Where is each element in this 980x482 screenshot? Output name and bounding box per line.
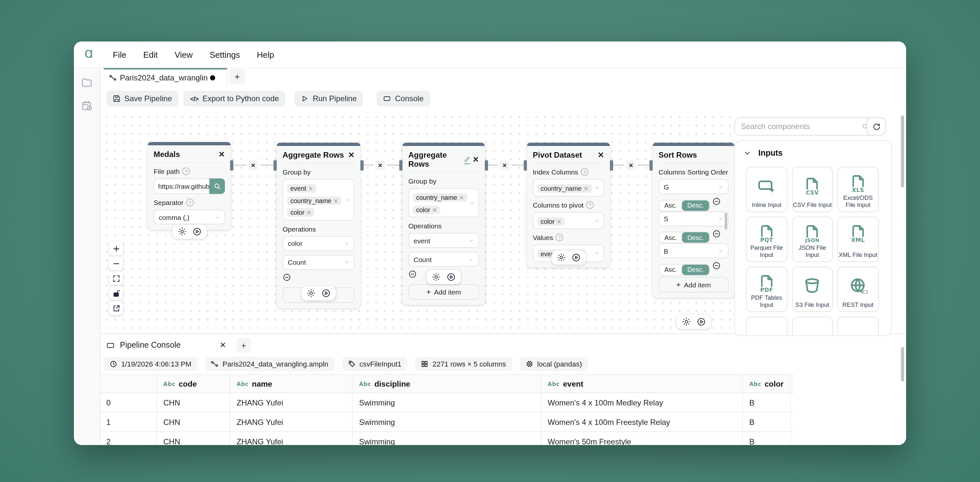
refresh-components-button[interactable]: [867, 117, 886, 136]
help-icon[interactable]: ?: [183, 168, 190, 175]
component-s3-file-input[interactable]: S3 File Input: [792, 267, 833, 312]
columns-to-pivot-multiselect[interactable]: color✕: [533, 212, 604, 229]
edge-delete-button[interactable]: ✕: [375, 160, 385, 170]
sort-column-select[interactable]: S: [659, 211, 729, 226]
edge-delete-button[interactable]: ✕: [248, 160, 258, 170]
menu-help[interactable]: Help: [257, 49, 275, 59]
component-json-file-input[interactable]: JSON JSON File Input: [792, 217, 833, 262]
index-columns-multiselect[interactable]: country_name✕: [533, 179, 604, 196]
node-sort-rows[interactable]: Sort Rows Columns Sorting Order G Asc.De…: [653, 143, 734, 297]
rename-icon[interactable]: [464, 155, 470, 164]
zoom-out-button[interactable]: [109, 256, 123, 271]
component-rest-input[interactable]: <> REST Input: [837, 267, 878, 312]
file-path-input[interactable]: https://raw.githubus: [154, 179, 209, 194]
column-tag[interactable]: color✕: [537, 217, 565, 225]
asc-option[interactable]: Asc.: [659, 232, 682, 243]
remove-tag-icon[interactable]: ✕: [334, 198, 338, 204]
tab-pipeline[interactable]: Paris2024_data_wrangling: [104, 67, 228, 86]
console-button[interactable]: Console: [377, 91, 430, 106]
input-port[interactable]: [524, 160, 527, 171]
remove-tag-icon[interactable]: ✕: [584, 185, 589, 192]
close-icon[interactable]: ✕: [473, 156, 479, 163]
desc-option[interactable]: Desc.: [682, 232, 709, 243]
export-python-button[interactable]: </> Export to Python code: [184, 91, 285, 106]
remove-tag-icon[interactable]: ✕: [459, 195, 464, 201]
browse-files-button[interactable]: [209, 179, 225, 194]
remove-tag-icon[interactable]: ✕: [308, 185, 313, 192]
run-node-icon[interactable]: [697, 317, 706, 326]
new-tab-button[interactable]: +: [229, 69, 245, 85]
node-scrollbar[interactable]: [725, 213, 727, 230]
run-node-icon[interactable]: [447, 273, 456, 281]
remove-item-icon[interactable]: [408, 270, 417, 278]
inputs-section-header[interactable]: Inputs: [735, 141, 891, 161]
output-port[interactable]: [360, 160, 364, 171]
column-header[interactable]: Abcname: [230, 375, 353, 393]
add-item-button[interactable]: +Add item: [408, 284, 479, 300]
remove-tag-icon[interactable]: ✕: [306, 209, 311, 216]
operation-column-select[interactable]: event: [408, 233, 479, 248]
component-tile-partial[interactable]: [746, 317, 787, 336]
add-item-button[interactable]: +Add item: [659, 277, 729, 292]
input-port[interactable]: [274, 160, 277, 171]
remove-item-icon[interactable]: [713, 262, 721, 270]
desc-option[interactable]: Desc.: [682, 200, 709, 211]
column-header[interactable]: Abcevent: [541, 375, 743, 393]
operation-function-select[interactable]: Count: [283, 255, 355, 270]
gear-icon[interactable]: [307, 289, 316, 298]
separator-select[interactable]: comma (,): [154, 209, 225, 225]
operation-column-select[interactable]: color: [283, 236, 355, 251]
asc-option[interactable]: Asc.: [659, 200, 682, 211]
group-by-multiselect[interactable]: event✕ country_name✕ color✕: [283, 179, 355, 220]
column-header[interactable]: Abccode: [157, 375, 230, 393]
column-header[interactable]: Abcdiscipline: [353, 375, 541, 393]
component-parquet-file-input[interactable]: PQT Parquet File Input: [746, 217, 787, 262]
close-console-icon[interactable]: ✕: [220, 341, 226, 350]
zoom-in-button[interactable]: [109, 241, 123, 255]
component-tile-partial[interactable]: [837, 317, 878, 336]
sort-column-select[interactable]: B: [659, 243, 729, 258]
edge-delete-button[interactable]: ✕: [500, 160, 509, 170]
sidebar-scrollbar[interactable]: [901, 115, 904, 187]
sort-order-toggle[interactable]: Asc.Desc.: [659, 200, 710, 211]
column-header[interactable]: Abccolor: [743, 375, 791, 393]
column-tag[interactable]: color✕: [287, 208, 314, 217]
close-icon[interactable]: ✕: [218, 150, 225, 158]
run-node-icon[interactable]: [321, 289, 331, 298]
menu-edit[interactable]: Edit: [143, 49, 158, 59]
sort-order-toggle[interactable]: Asc.Desc.: [659, 264, 710, 275]
node-aggregate-rows-1[interactable]: Aggregate Rows✕ Group by event✕ country_…: [277, 143, 360, 308]
search-input[interactable]: Search components: [734, 117, 876, 136]
remove-item-icon[interactable]: [283, 273, 291, 281]
help-icon[interactable]: ?: [586, 201, 594, 209]
console-scrollbar[interactable]: [901, 347, 904, 381]
remove-tag-icon[interactable]: ✕: [432, 207, 437, 213]
run-node-icon[interactable]: [192, 227, 202, 236]
scheduler-icon[interactable]: [81, 100, 93, 112]
run-node-icon[interactable]: [572, 253, 581, 262]
component-csv-file-input[interactable]: CSV CSV File Input: [792, 167, 833, 212]
fit-view-button[interactable]: [109, 271, 123, 286]
add-console-tab-button[interactable]: +: [237, 338, 251, 352]
help-icon[interactable]: ?: [186, 198, 194, 206]
component-inline-input[interactable]: Inline Input: [746, 167, 787, 212]
gear-icon[interactable]: [432, 273, 441, 281]
input-port[interactable]: [649, 160, 653, 171]
remove-item-icon[interactable]: [713, 197, 721, 206]
component-tile-partial[interactable]: [792, 317, 833, 336]
gear-icon[interactable]: [178, 227, 187, 236]
component-pdf-tables-input[interactable]: PDF PDF Tables Input: [746, 267, 787, 312]
run-pipeline-button[interactable]: Run Pipeline: [294, 91, 363, 106]
input-port[interactable]: [399, 160, 402, 171]
close-icon[interactable]: ✕: [598, 151, 604, 159]
column-tag[interactable]: event✕: [287, 184, 316, 193]
file-browser-icon[interactable]: [81, 77, 93, 88]
export-view-button[interactable]: [109, 301, 123, 315]
node-pivot-dataset[interactable]: Pivot Dataset✕ Index Columns? country_na…: [527, 143, 610, 267]
gear-icon[interactable]: [682, 317, 691, 326]
help-icon[interactable]: ?: [556, 233, 563, 241]
save-pipeline-button[interactable]: Save Pipeline: [106, 91, 178, 106]
output-port[interactable]: [485, 160, 488, 171]
help-icon[interactable]: ?: [581, 168, 589, 176]
column-tag[interactable]: country_name✕: [413, 193, 467, 202]
